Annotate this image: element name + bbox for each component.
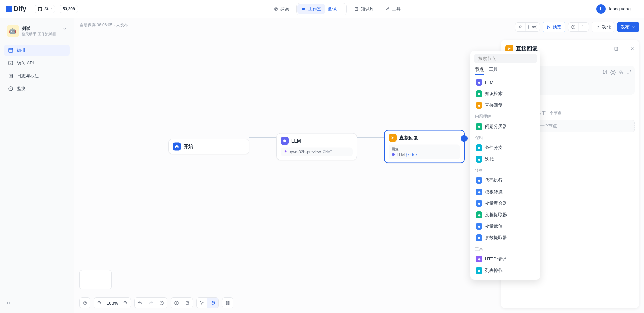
help-button[interactable] <box>79 297 90 308</box>
plus-circle-icon <box>174 301 179 305</box>
add-node-button[interactable] <box>171 298 182 308</box>
app-name: 测试 <box>22 26 56 32</box>
node-type-icon: ◆ <box>476 90 482 97</box>
picker-item[interactable]: ◆变量赋值 <box>474 221 537 232</box>
book-icon <box>614 46 619 51</box>
picker-tab-nodes[interactable]: 节点 <box>475 66 484 75</box>
env-icon: ENV <box>528 25 537 29</box>
undo-button[interactable] <box>135 298 146 308</box>
clock-icon <box>571 25 576 29</box>
sidebar-item-logs[interactable]: 日志与标注 <box>4 70 70 82</box>
picker-item-label: 直接回复 <box>485 102 503 108</box>
picker-category: 转换 <box>475 168 536 173</box>
workflow-canvas[interactable]: 自动保存 06:06:05 · 未发布 ENV 预览 功能 发布 <box>74 18 644 313</box>
node-start[interactable]: 开始 <box>168 139 249 154</box>
node-type-icon: ◆ <box>476 256 482 262</box>
canvas-toolbar: ENV 预览 功能 发布 <box>515 22 639 32</box>
gauge-icon <box>8 86 13 91</box>
pointer-icon <box>200 301 204 305</box>
zoom-level: 100% <box>105 301 120 306</box>
layout-icon <box>8 48 13 53</box>
tidy-button[interactable] <box>222 298 233 308</box>
env-button[interactable]: ENV <box>526 23 540 31</box>
nav-workspace[interactable]: 工作室 <box>297 4 325 14</box>
nav-tools[interactable]: 工具 <box>381 4 405 14</box>
canvas-quick-group: ENV <box>515 22 540 32</box>
picker-category: 工具 <box>475 246 536 252</box>
node-direct-reply[interactable]: 直接回复 回复 LLM {x} text + <box>384 130 465 163</box>
hand-mode-button[interactable] <box>207 298 218 308</box>
node-search-input[interactable] <box>478 56 535 61</box>
copy-icon <box>619 70 623 75</box>
picker-item[interactable]: ◆问题分类器 <box>474 121 537 132</box>
node-llm[interactable]: LLM qwq-32b-preview CHAT <box>276 133 357 160</box>
redo-icon <box>149 301 153 305</box>
picker-item[interactable]: ◆参数提取器 <box>474 232 537 244</box>
history-button[interactable] <box>568 23 579 31</box>
minimap[interactable] <box>79 270 112 289</box>
nav-workspace-app[interactable]: 测试 <box>325 4 346 14</box>
svg-marker-1 <box>275 8 277 10</box>
sidebar-nav: 编排 访问 API 日志与标注 监测 <box>4 45 70 94</box>
clock-icon <box>159 301 164 305</box>
picker-item[interactable]: ◆LLM <box>474 77 537 88</box>
add-note-button[interactable] <box>182 298 193 308</box>
insert-var-button[interactable]: {x} <box>610 70 616 75</box>
picker-item[interactable]: ◆直接回复 <box>474 99 537 111</box>
add-next-node-button[interactable]: + <box>461 135 468 142</box>
panel-more-button[interactable]: ⋯ <box>622 46 626 51</box>
pointer-mode-button[interactable] <box>197 298 207 308</box>
app-selector[interactable]: 🤖 测试 聊天助手 工作流编排 <box>4 22 70 40</box>
expand-button[interactable] <box>627 70 631 75</box>
picker-item-label: 代码执行 <box>485 177 503 183</box>
model-name: qwq-32b-preview <box>290 149 321 154</box>
features-button[interactable]: 功能 <box>592 22 614 32</box>
picker-item-label: 问题分类器 <box>485 123 507 130</box>
redo-button[interactable] <box>146 298 156 308</box>
user-avatar: L <box>596 4 606 14</box>
picker-item[interactable]: ◆HTTP 请求 <box>474 253 537 265</box>
picker-item[interactable]: ◆模板转换 <box>474 186 537 198</box>
svg-marker-22 <box>391 137 394 139</box>
copy-button[interactable] <box>619 70 623 75</box>
logo-text: Dify_ <box>13 5 30 13</box>
sidebar-collapse[interactable] <box>4 297 70 309</box>
user-menu[interactable]: L loong.yang <box>596 4 638 14</box>
picker-item[interactable]: ◆文档提取器 <box>474 209 537 221</box>
picker-tab-tools[interactable]: 工具 <box>489 66 498 75</box>
picker-item[interactable]: ◆列表操作 <box>474 265 537 276</box>
node-title: 直接回复 <box>399 135 418 141</box>
panel-book-button[interactable] <box>614 46 619 51</box>
checklist-button[interactable] <box>579 23 589 31</box>
picker-item[interactable]: ◆变量聚合器 <box>474 198 537 209</box>
app-role: 工作流编排 <box>38 32 56 37</box>
panel-close-button[interactable] <box>630 46 635 51</box>
node-search[interactable] <box>474 54 537 63</box>
picker-item[interactable]: ◆条件分支 <box>474 142 537 153</box>
run-button[interactable] <box>515 23 526 31</box>
sidebar-item-orchestrate[interactable]: 编排 <box>4 45 70 56</box>
picker-item-label: 条件分支 <box>485 145 503 151</box>
svg-line-14 <box>11 88 12 89</box>
sidebar-item-monitor[interactable]: 监测 <box>4 83 70 94</box>
app-icon: 🤖 <box>7 25 19 37</box>
github-star-button[interactable]: Star <box>35 5 55 13</box>
preview-button[interactable]: 预览 <box>543 22 565 32</box>
close-icon <box>630 46 635 51</box>
hand-icon <box>211 301 215 305</box>
picker-item[interactable]: ◆代码执行 <box>474 175 537 186</box>
history-button[interactable] <box>156 298 167 308</box>
nav-explore[interactable]: 探索 <box>269 4 293 14</box>
var-prefix: {x} <box>406 152 411 157</box>
node-type-icon: ◆ <box>476 211 482 218</box>
sidebar-item-api[interactable]: 访问 API <box>4 57 70 69</box>
picker-item-label: 列表操作 <box>485 267 503 274</box>
picker-item[interactable]: ◆迭代 <box>474 153 537 165</box>
logo[interactable]: Dify_ <box>6 5 30 13</box>
nav-knowledge[interactable]: 知识库 <box>350 4 378 14</box>
zoom-in-button[interactable] <box>120 298 131 308</box>
zoom-out-button[interactable] <box>94 298 105 308</box>
picker-item[interactable]: ◆知识检索 <box>474 88 537 99</box>
svg-point-4 <box>304 9 305 9</box>
publish-button[interactable]: 发布 <box>617 22 639 32</box>
